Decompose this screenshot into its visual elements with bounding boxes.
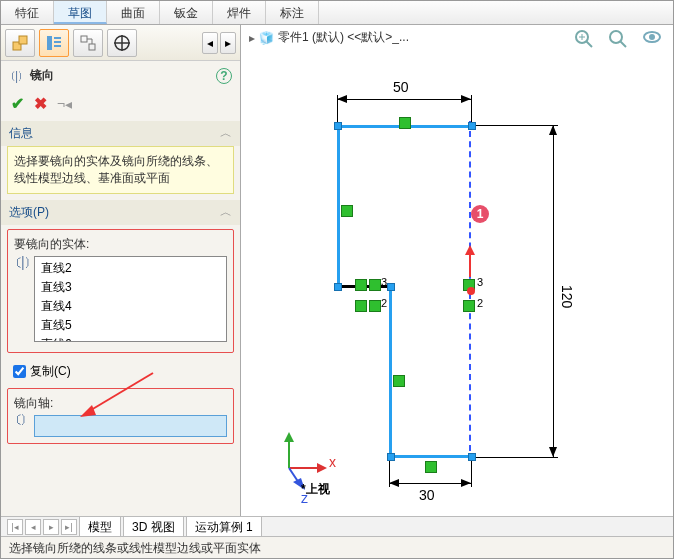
info-header-label: 信息 [9, 125, 33, 142]
breadcrumb-expand-icon[interactable]: ▸ [249, 31, 255, 45]
tab-annotate[interactable]: 标注 [266, 1, 319, 24]
constraint-label: 3 [381, 276, 387, 288]
tab-weldments[interactable]: 焊件 [213, 1, 266, 24]
entities-selector-icon[interactable]: ⟮|⟯ [14, 254, 32, 270]
sketch-point[interactable] [468, 122, 476, 130]
svg-line-16 [586, 41, 592, 47]
copy-checkbox[interactable] [13, 365, 26, 378]
tab-surfaces[interactable]: 曲面 [107, 1, 160, 24]
ok-button[interactable]: ✔ [11, 94, 24, 113]
dim-arrow-icon [337, 95, 347, 103]
dim-value-right[interactable]: 120 [559, 285, 575, 308]
constraint-icon[interactable] [369, 300, 381, 312]
list-item[interactable]: 直线6 [39, 335, 222, 342]
svg-rect-4 [54, 41, 61, 43]
tab-sketch[interactable]: 草图 [54, 1, 107, 24]
tab-nav-last[interactable]: ▸| [61, 519, 77, 535]
fm-tab-feature-tree[interactable] [5, 29, 35, 57]
cancel-button[interactable]: ✖ [34, 94, 47, 113]
sketch-point[interactable] [387, 453, 395, 461]
status-text: 选择镜向所绕的线条或线性模型边线或平面实体 [9, 541, 261, 555]
sketch-edge[interactable] [337, 125, 340, 288]
list-item[interactable]: 直线4 [39, 297, 222, 316]
svg-point-22 [649, 34, 655, 40]
dim-arrow-icon [461, 95, 471, 103]
status-bar: 选择镜向所绕的线条或线性模型边线或平面实体 [1, 536, 673, 558]
entities-label: 要镜向的实体: [14, 236, 227, 253]
constraint-label: 2 [381, 297, 387, 309]
constraint-icon[interactable] [355, 279, 367, 291]
sketch-point[interactable] [387, 283, 395, 291]
dim-line [337, 99, 471, 100]
options-section-header[interactable]: 选项(P) ︿ [1, 200, 240, 225]
constraint-icon[interactable] [399, 117, 411, 129]
svg-rect-1 [19, 36, 27, 44]
fm-scroll-left[interactable]: ◂ [202, 32, 218, 54]
zoom-fit-icon[interactable] [605, 27, 631, 51]
info-text: 选择要镜向的实体及镜向所绕的线条、线性模型边线、基准面或平面 [7, 146, 234, 194]
zoom-in-icon[interactable] [571, 27, 597, 51]
footer-tab-3dview[interactable]: 3D 视图 [123, 516, 184, 538]
footer-tab-model[interactable]: 模型 [79, 516, 121, 538]
direction-arrow-icon [463, 245, 477, 279]
fm-tab-property-manager[interactable] [39, 29, 69, 57]
graphics-area[interactable]: ▸ 🧊 零件1 (默认) <<默认>_... 50 120 30 [241, 25, 673, 520]
chevron-up-icon: ︿ [220, 125, 232, 142]
dim-value-bottom[interactable]: 30 [419, 487, 435, 503]
constraint-icon[interactable] [369, 279, 381, 291]
svg-marker-26 [317, 463, 327, 473]
entities-listbox[interactable]: 直线2 直线3 直线4 直线5 直线6 [34, 256, 227, 342]
constraint-icon[interactable] [341, 205, 353, 217]
dim-ext-line [471, 457, 472, 487]
fm-tab-dimxpert[interactable] [107, 29, 137, 57]
tab-sheetmetal[interactable]: 钣金 [160, 1, 213, 24]
sketch-edge[interactable] [389, 285, 392, 457]
command-manager-tabs: 特征 草图 曲面 钣金 焊件 标注 [1, 1, 673, 25]
sketch-point[interactable] [334, 283, 342, 291]
axis-label: 镜向轴: [14, 395, 227, 412]
svg-rect-7 [89, 44, 95, 50]
svg-rect-2 [47, 36, 52, 50]
options-header-label: 选项(P) [9, 204, 49, 221]
constraint-icon[interactable] [463, 300, 475, 312]
feature-manager-tabstrip: ◂ ▸ [1, 25, 240, 61]
sketch-point[interactable] [334, 122, 342, 130]
mirror-axis-group: 镜向轴: ⟮⟯ [7, 388, 234, 444]
motion-tabstrip: |◂ ◂ ▸ ▸| 模型 3D 视图 运动算例 1 [1, 516, 673, 536]
tab-nav-next[interactable]: ▸ [43, 519, 59, 535]
copy-label: 复制(C) [30, 363, 71, 380]
dim-value-top[interactable]: 50 [393, 79, 409, 95]
axis-selector-icon[interactable]: ⟮⟯ [14, 411, 28, 427]
help-icon[interactable]: ? [216, 68, 232, 84]
axis-selection-field[interactable] [34, 415, 227, 437]
pm-title: 镜向 [30, 67, 54, 84]
fm-scroll-right[interactable]: ▸ [220, 32, 236, 54]
breadcrumb[interactable]: ▸ 🧊 零件1 (默认) <<默认>_... [249, 29, 409, 46]
pm-title-row: ⟮|⟯ 镜向 ? [1, 61, 240, 90]
list-item[interactable]: 直线2 [39, 259, 222, 278]
tab-nav-first[interactable]: |◂ [7, 519, 23, 535]
list-item[interactable]: 直线3 [39, 278, 222, 297]
svg-marker-24 [465, 245, 475, 255]
constraint-icon[interactable] [393, 375, 405, 387]
sketch-edge[interactable] [389, 455, 473, 458]
constraint-icon[interactable] [355, 300, 367, 312]
footer-tab-motion[interactable]: 运动算例 1 [186, 516, 262, 538]
info-section-header[interactable]: 信息 ︿ [1, 121, 240, 146]
tab-features[interactable]: 特征 [1, 1, 54, 24]
fm-tab-config-manager[interactable] [73, 29, 103, 57]
constraint-label: 2 [477, 297, 483, 309]
constraint-icon[interactable] [425, 461, 437, 473]
dim-ext-line [473, 125, 558, 126]
pushpin-icon[interactable]: ¬◂ [57, 96, 72, 112]
part-icon: 🧊 [259, 31, 274, 45]
tab-nav-prev[interactable]: ◂ [25, 519, 41, 535]
callout-badge: 1 [471, 205, 489, 223]
sketch-point[interactable] [468, 453, 476, 461]
dim-arrow-icon [461, 479, 471, 487]
chevron-up-icon: ︿ [220, 204, 232, 221]
svg-rect-6 [81, 36, 87, 42]
view-orientation-icon[interactable] [639, 27, 665, 51]
list-item[interactable]: 直线5 [39, 316, 222, 335]
heads-up-toolbar [571, 27, 665, 51]
